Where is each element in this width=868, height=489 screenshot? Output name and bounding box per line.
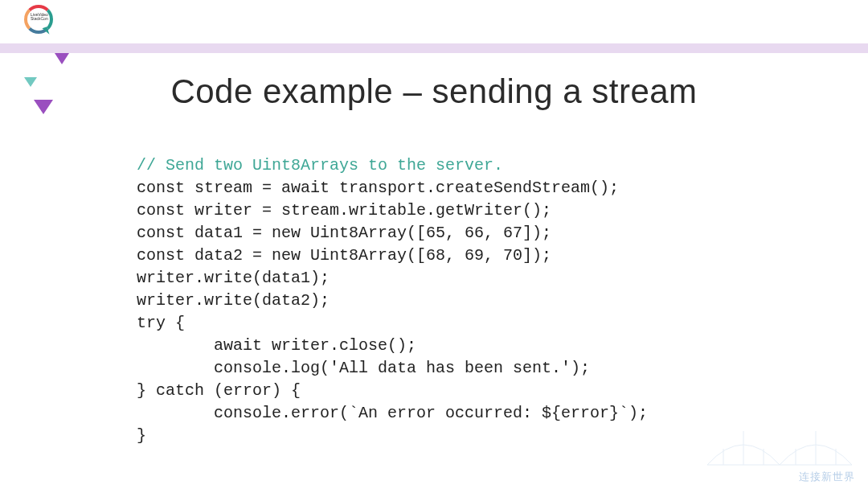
code-line: const data1 = new Uint8Array([65, 66, 67…: [137, 224, 551, 242]
code-line: writer.write(data1);: [137, 269, 330, 287]
code-line: console.error(`An error occurred: ${erro…: [137, 404, 648, 422]
code-line: } catch (error) {: [137, 381, 301, 400]
code-line: try {: [137, 314, 185, 332]
code-line: writer.write(data2);: [137, 291, 330, 310]
code-example-block: // Send two Uint8Arrays to the server. c…: [137, 154, 648, 447]
header-accent-bar: [0, 43, 868, 53]
footer-watermark-text: 连接新世界: [799, 470, 855, 484]
decorative-triangle-icon: [55, 53, 69, 64]
code-line: await writer.close();: [137, 336, 416, 355]
code-line: const stream = await transport.createSen…: [137, 179, 619, 197]
code-line: const writer = stream.writable.getWriter…: [137, 201, 551, 220]
code-line: console.log('All data has been sent.');: [137, 359, 590, 377]
code-line: }: [137, 426, 146, 445]
logo-label: LiveVideo StackCon: [31, 13, 47, 21]
conference-logo: LiveVideo StackCon: [24, 5, 59, 40]
code-comment: // Send two Uint8Arrays to the server.: [137, 156, 503, 175]
bridge-watermark-icon: [707, 417, 852, 473]
code-line: const data2 = new Uint8Array([68, 69, 70…: [137, 246, 551, 265]
slide-title: Code example – sending a stream: [0, 72, 868, 111]
